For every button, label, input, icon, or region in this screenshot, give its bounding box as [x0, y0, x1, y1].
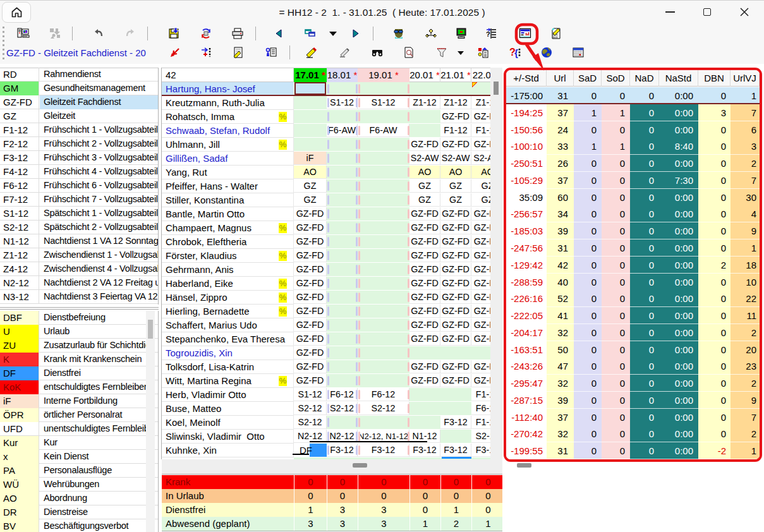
- svg-text:?: ?: [486, 30, 490, 38]
